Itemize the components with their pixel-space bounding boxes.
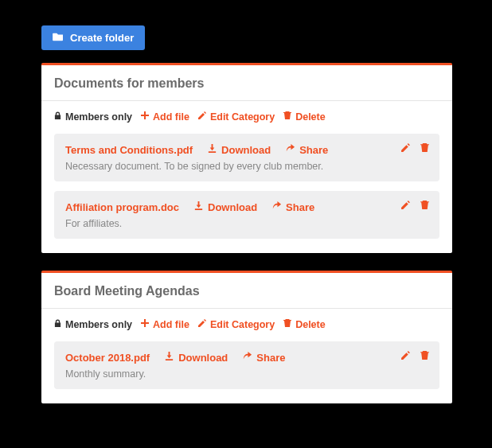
delete-category-label: Delete [295,319,326,330]
delete-file-button[interactable] [419,201,430,212]
panel-toolbar: Members only Add file Edit Category Dele… [41,309,452,341]
delete-category-label: Delete [295,111,326,123]
plus-icon [140,318,150,330]
trash-icon [420,350,430,363]
download-icon [193,201,204,213]
download-label: Download [221,144,271,156]
download-icon [207,143,217,156]
pencil-icon [197,318,207,330]
delete-file-button[interactable] [419,351,430,362]
panel-title: Board Meeting Agendas [54,284,439,298]
edit-file-button[interactable] [400,201,411,212]
download-button[interactable]: Download [193,201,257,213]
folder-panel: Documents for members Members only Add f… [41,63,452,253]
add-file-label: Add file [153,319,189,330]
file-card: Affiliation program.doc Download Share F… [54,191,439,239]
members-only-badge: Members only [54,319,132,330]
add-file-button[interactable]: Add file [140,111,189,123]
plus-icon [140,111,150,123]
panel-title: Documents for members [54,76,439,91]
file-name[interactable]: Terms and Conditions.pdf [65,144,193,156]
folder-panel: Board Meeting Agendas Members only Add f… [41,271,452,403]
add-file-label: Add file [153,111,189,123]
file-card: Terms and Conditions.pdf Download Share … [54,134,439,181]
edit-category-button[interactable]: Edit Category [197,318,275,330]
panel-header: Documents for members [41,65,452,101]
share-button[interactable]: Share [285,143,328,156]
share-label: Share [286,201,314,213]
trash-icon [420,142,430,155]
download-button[interactable]: Download [207,143,271,156]
download-label: Download [208,201,257,213]
edit-category-button[interactable]: Edit Category [197,111,275,123]
pencil-icon [400,142,411,155]
trash-icon [283,318,292,330]
file-description: Monthly summary. [65,368,428,380]
file-description: For affiliates. [65,218,428,229]
folder-icon [53,32,64,44]
delete-category-button[interactable]: Delete [283,318,326,330]
share-label: Share [299,144,328,156]
delete-category-button[interactable]: Delete [283,111,326,123]
share-label: Share [256,352,285,364]
lock-icon [54,319,61,330]
file-card: October 2018.pdf Download Share Monthly … [54,341,439,389]
panel-header: Board Meeting Agendas [41,273,452,309]
share-icon [242,351,252,364]
pencil-icon [400,350,411,363]
trash-icon [420,200,430,212]
file-list: Terms and Conditions.pdf Download Share … [41,134,452,253]
edit-file-button[interactable] [400,351,411,362]
add-file-button[interactable]: Add file [140,318,189,330]
download-label: Download [178,352,228,364]
file-list: October 2018.pdf Download Share Monthly … [41,341,452,403]
edit-category-label: Edit Category [210,111,275,123]
edit-file-button[interactable] [400,143,411,154]
members-only-badge: Members only [54,111,132,123]
share-icon [285,143,295,156]
file-name[interactable]: Affiliation program.doc [65,201,179,213]
edit-category-label: Edit Category [210,319,275,330]
pencil-icon [400,200,411,212]
file-description: Necessary document. To be signed by ever… [65,161,428,172]
members-only-label: Members only [65,319,132,330]
share-button[interactable]: Share [271,201,314,213]
trash-icon [283,111,292,123]
share-button[interactable]: Share [242,351,285,364]
lock-icon [54,111,61,123]
members-only-label: Members only [65,111,132,123]
share-icon [271,201,282,213]
pencil-icon [197,111,207,123]
download-button[interactable]: Download [164,351,228,364]
delete-file-button[interactable] [419,143,430,154]
panel-toolbar: Members only Add file Edit Category Dele… [41,101,452,134]
download-icon [164,351,174,364]
create-folder-button[interactable]: Create folder [41,25,145,50]
file-name[interactable]: October 2018.pdf [65,352,150,364]
create-folder-label: Create folder [70,32,134,44]
